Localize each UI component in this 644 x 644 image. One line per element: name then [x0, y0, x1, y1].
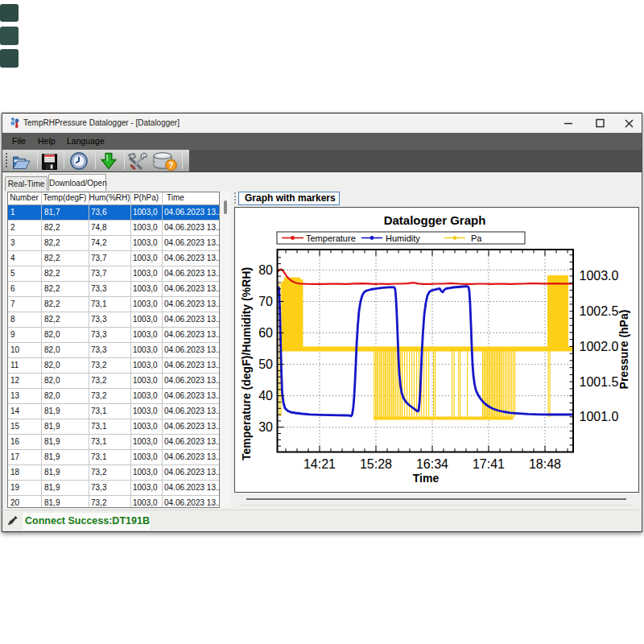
svg-text:?: ?: [168, 160, 173, 170]
